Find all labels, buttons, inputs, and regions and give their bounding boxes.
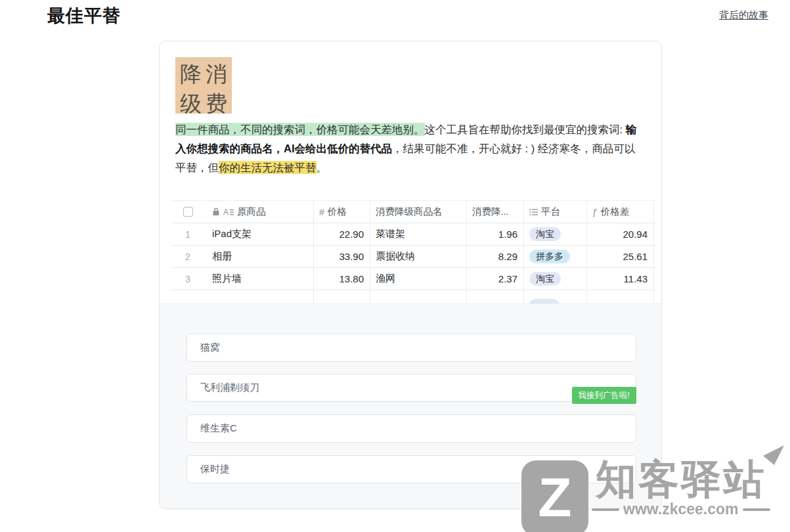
search-input-2[interactable] [187,374,636,402]
table-row[interactable]: 3 照片墙 13.80 渔网 2.37 淘宝 11.43 [171,268,655,290]
intro-text: 。 [317,162,328,173]
cell-alt-price: 1.96 [467,223,524,245]
lock-icon [212,208,220,216]
intro-highlight-yellow: 你的生活无法被平替 [219,161,317,174]
watermark-dash [592,508,619,511]
watermark-logo: Z [521,460,588,532]
main-card: 降 消 级 费 同一件商品，不同的搜索词，价格可能会天差地别。这个工具旨在帮助你… [159,41,662,509]
logo-char: 级 [180,89,202,119]
search-input-wrap [187,414,636,443]
row-number: 1 [171,223,204,245]
row-number: 2 [171,246,204,267]
column-label-original: 原商品 [237,206,266,218]
cell-price: 13.80 [314,268,370,290]
search-input-wrap: 我接到广告啦! [187,374,636,402]
watermark-site-name: 知客驿站 [596,452,766,507]
cell-platform: 拼多多 [524,246,587,267]
intro-text: 这个工具旨在帮助你找到最便宜的搜索词: [425,123,626,135]
page-title: 最佳平替 [47,4,121,28]
cell-price: 22.90 [314,223,370,245]
cell-diff: 20.94 [587,223,654,245]
cell-original: 照片墙 [204,268,314,290]
table-row-partial [171,290,655,303]
app-logo: 降 消 级 费 [175,57,232,114]
page: 最佳平替 背后的故事 降 消 级 费 同一件商品，不同的搜索词，价格可能会天差地… [0,0,790,532]
table-header-row: A 原商品 # 价格 消费降级商品名 消费降... [171,200,655,223]
cell-original: 相册 [204,246,314,267]
number-field-icon: # [319,207,324,217]
cell-alt-product: 渔网 [370,268,467,290]
cell-diff: 11.43 [587,268,654,290]
cell-platform: 淘宝 [524,223,587,245]
column-header-alt-product[interactable]: 消费降级商品名 [370,201,467,223]
watermark-logo-letter: Z [538,470,571,525]
column-label-platform: 平台 [541,206,560,218]
column-label-alt-product: 消费降级商品名 [376,206,443,218]
ad-toast-badge: 我接到广告啦! [572,387,636,404]
table-row[interactable]: 1 iPad支架 22.90 菜谱架 1.96 淘宝 20.94 [171,223,655,246]
column-header-original[interactable]: A 原商品 [204,201,314,223]
intro-highlight-green: 同一件商品，不同的搜索词，价格可能会天差地别。 [175,123,425,136]
search-input-wrap [187,334,636,362]
logo-char: 费 [206,89,227,119]
cell-alt-price: 2.37 [467,268,524,290]
intro-paragraph: 同一件商品，不同的搜索词，价格可能会天差地别。这个工具旨在帮助你找到最便宜的搜索… [175,120,643,177]
column-label-diff: 价格差 [601,206,630,218]
cell-alt-price: 8.29 [467,246,524,267]
platform-badge-clipped [529,299,560,303]
select-all-checkbox[interactable] [183,207,193,217]
text-field-icon: A [223,208,234,216]
svg-text:A: A [223,208,229,216]
select-field-icon [529,208,538,216]
platform-badge: 淘宝 [529,227,561,242]
cell-price: 33.90 [314,246,370,267]
watermark-url: www.zkcee.com [623,500,739,518]
column-header-platform[interactable]: 平台 [524,201,587,223]
search-input-3[interactable] [187,414,636,443]
table-row[interactable]: 2 相册 33.90 票据收纳 8.29 拼多多 25.61 [171,246,655,268]
cell-original: iPad支架 [204,223,314,245]
formula-field-icon: ƒ [592,207,598,217]
cell-diff: 25.61 [587,246,654,267]
cell-platform: 淘宝 [524,268,587,290]
header-select-all[interactable] [171,201,204,223]
cell-platform-partial [524,290,587,303]
search-input-1[interactable] [187,334,636,362]
site-watermark: Z 知客驿站 www.zkcee.com [514,447,790,532]
platform-badge: 淘宝 [529,272,561,286]
column-header-diff[interactable]: ƒ 价格差 [587,201,654,223]
cell-alt-product: 菜谱架 [370,223,467,245]
column-label-alt-price: 消费降... [472,206,509,218]
watermark-dash [743,508,770,511]
platform-badge: 拼多多 [529,250,570,264]
cell-alt-product: 票据收纳 [370,246,467,267]
logo-char: 降 [180,60,202,89]
column-header-alt-price[interactable]: 消费降... [467,201,524,223]
column-label-price: 价格 [328,206,347,218]
cursor-arrow-icon [762,445,785,469]
results-table: A 原商品 # 价格 消费降级商品名 消费降... [171,200,655,303]
row-number: 3 [171,268,204,290]
logo-char: 消 [206,60,227,89]
column-header-price[interactable]: # 价格 [314,201,370,223]
watermark-url-row: www.zkcee.com [592,500,770,518]
story-link[interactable]: 背后的故事 [719,9,768,22]
